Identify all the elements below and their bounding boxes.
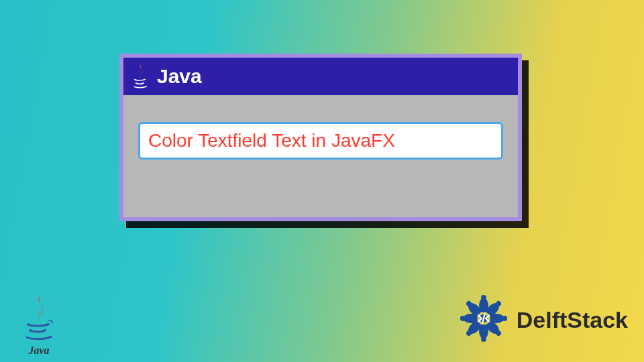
java-footer-logo: Java — [19, 294, 59, 357]
color-textfield[interactable] — [138, 122, 503, 160]
delftstack-logo: DelftStack — [458, 292, 628, 347]
window-frame: Java — [119, 54, 522, 221]
delftstack-label: DelftStack — [517, 307, 628, 333]
delftstack-icon — [458, 292, 510, 347]
java-footer-label: Java — [28, 345, 49, 357]
titlebar[interactable]: Java — [123, 58, 518, 95]
window-title: Java — [157, 65, 202, 88]
java-icon — [130, 63, 150, 90]
svg-point-1 — [481, 295, 486, 300]
app-window: Java — [119, 54, 522, 221]
content-pane — [123, 95, 518, 180]
java-icon — [19, 294, 59, 346]
